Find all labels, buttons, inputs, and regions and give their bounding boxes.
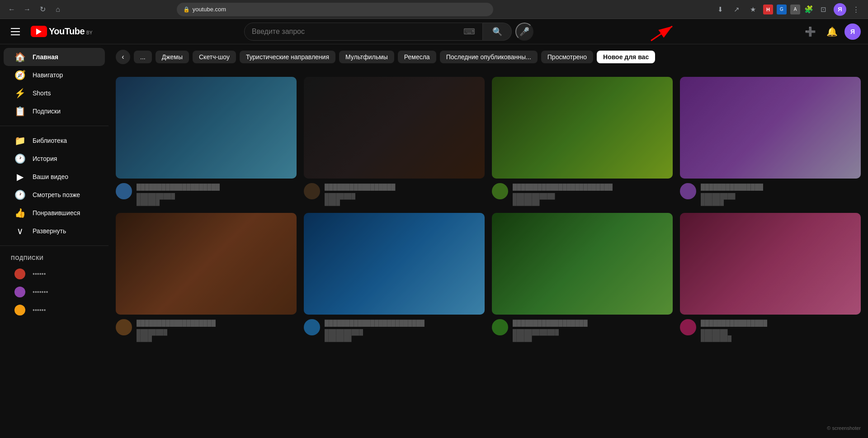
filter-chip-new[interactable]: Новое для вас [597, 51, 655, 63]
sub-avatar-2 [14, 287, 25, 297]
sidebar-item-your-videos[interactable]: ▶ Ваши видео [4, 168, 105, 186]
channel-avatar-8 [680, 319, 696, 335]
channel-avatar-4 [680, 183, 696, 199]
extension-3-icon[interactable]: A [790, 5, 800, 14]
sidebar-item-home[interactable]: 🏠 Главная [4, 48, 105, 66]
watch-later-icon: 🕐 [14, 189, 25, 200]
history-icon: 🕐 [14, 153, 25, 164]
video-card-2[interactable]: █████████████████ ████████ ████ [304, 77, 485, 206]
video-info-3: ████████████████████████ ███████████ ███… [513, 183, 613, 206]
youtube-logo-country: BY [86, 30, 92, 35]
browser-share-icon[interactable]: ↗ [731, 3, 743, 16]
video-card-5[interactable]: ███████████████████ ████████ ████ [116, 213, 297, 342]
filter-chip-jams[interactable]: Джемы [156, 51, 189, 63]
video-meta-7: ██████████████████ ████████████ █████ [492, 319, 673, 342]
video-info-2: █████████████████ ████████ ████ [325, 183, 396, 206]
channel-name-8: ███████ [701, 329, 767, 335]
channel-avatar-3 [492, 183, 508, 199]
keyboard-icon[interactable]: ⌨ [463, 27, 475, 37]
sidebar-item-expand[interactable]: ∨ Развернуть [4, 222, 105, 240]
filter-chip-0[interactable]: ... [134, 51, 152, 63]
sidebar-item-subscriptions[interactable]: 📋 Подписки [4, 102, 105, 120]
browser-reload-button[interactable]: ↻ [36, 3, 49, 16]
video-stats-4: ██████ [701, 199, 763, 206]
home-icon: 🏠 [14, 52, 25, 62]
browser-home-button[interactable]: ⌂ [52, 3, 64, 16]
video-thumb-3 [492, 77, 673, 179]
sidebar-sub-2[interactable]: ••••••• [4, 283, 105, 301]
video-meta-4: ███████████████ █████████ ██████ [680, 183, 861, 206]
youtube-logo[interactable]: YouTube BY [31, 26, 92, 37]
browser-profile-button[interactable]: Я [834, 3, 846, 16]
video-stats-8: ████████ [701, 335, 767, 342]
extension-puzzle-icon[interactable]: 🧩 [804, 5, 814, 14]
sidebar-item-shorts[interactable]: ⚡ Shorts [4, 84, 105, 102]
filter-chip-tourism[interactable]: Туристические направления [240, 51, 335, 63]
video-stats-6: ███████ [325, 335, 425, 342]
video-meta-1: ████████████████████ ██████████ ██████ [116, 183, 297, 206]
video-title-1: ████████████████████ [137, 183, 220, 191]
video-card-6[interactable]: ████████████████████████ ██████████ ████… [304, 213, 485, 342]
browser-bookmark-icon[interactable]: ★ [747, 3, 760, 16]
channel-name-4: █████████ [701, 193, 763, 199]
filter-back-button[interactable]: ‹ [116, 50, 130, 64]
video-card-4[interactable]: ███████████████ █████████ ██████ [680, 77, 861, 206]
avatar[interactable]: Я [844, 24, 861, 40]
sidebar-label-navigator: Навигатор [33, 71, 63, 79]
video-stats-3: ███████ [513, 199, 613, 206]
sidebar-sub-label-2: ••••••• [33, 288, 48, 296]
sidebar-item-history[interactable]: 🕐 История [4, 150, 105, 168]
video-thumb-6 [304, 213, 485, 315]
video-card-3[interactable]: ████████████████████████ ███████████ ███… [492, 77, 673, 206]
notifications-button[interactable]: 🔔 [823, 23, 841, 41]
mic-button[interactable]: 🎤 [515, 23, 533, 41]
create-icon: ➕ [805, 26, 816, 37]
sidebar-label-watch-later: Смотреть позже [33, 191, 80, 198]
sidebar-item-liked[interactable]: 👍 Понравившиеся [4, 204, 105, 222]
browser-address-bar[interactable]: 🔒 youtube.com [177, 3, 493, 16]
browser-back-button[interactable]: ← [5, 3, 18, 16]
liked-icon: 👍 [14, 207, 25, 218]
search-button[interactable]: 🔍 [483, 23, 512, 41]
video-card-1[interactable]: ████████████████████ ██████████ ██████ [116, 77, 297, 206]
browser-forward-button[interactable]: → [21, 3, 33, 16]
library-icon: 📁 [14, 135, 25, 146]
filter-chip-latest[interactable]: Последние опубликованны... [440, 51, 538, 63]
sidebar-sub-1[interactable]: •••••• [4, 265, 105, 283]
extension-2-icon[interactable]: G [777, 5, 787, 14]
sidebar-label-your-videos: Ваши видео [33, 173, 68, 180]
extension-1-icon[interactable]: H [763, 5, 773, 14]
header-left: YouTube BY [7, 24, 107, 40]
video-meta-3: ████████████████████████ ███████████ ███… [492, 183, 673, 206]
hamburger-menu[interactable] [7, 24, 24, 40]
channel-name-1: ██████████ [137, 193, 220, 199]
browser-download-icon[interactable]: ⬇ [714, 3, 727, 16]
video-title-6: ████████████████████████ [325, 319, 425, 327]
filter-chip-cartoons[interactable]: Мультфильмы [339, 51, 394, 63]
sidebar-label-home: Главная [33, 53, 58, 61]
browser-menu-icon[interactable]: ⋮ [850, 3, 863, 16]
sidebar-item-navigator[interactable]: 🧭 Навигатор [4, 66, 105, 84]
sidebar-sub-3[interactable]: •••••• [4, 301, 105, 319]
browser-split-icon[interactable]: ⊡ [817, 3, 830, 16]
channel-avatar-7 [492, 319, 508, 335]
sidebar-item-watch-later[interactable]: 🕐 Смотреть позже [4, 186, 105, 204]
filter-chip-crafts[interactable]: Ремесла [398, 51, 436, 63]
filter-chip-watched[interactable]: Просмотрено [541, 51, 593, 63]
create-button[interactable]: ➕ [801, 23, 819, 41]
video-card-8[interactable]: ████████████████ ███████ ████████ [680, 213, 861, 342]
video-thumb-8 [680, 213, 861, 315]
video-card-7[interactable]: ██████████████████ ████████████ █████ [492, 213, 673, 342]
video-title-5: ███████████████████ [137, 319, 216, 327]
youtube-logo-icon [31, 26, 47, 37]
navigator-icon: 🧭 [14, 70, 25, 80]
main-content: ‹ ... Джемы Скетч-шоу Туристические напр… [108, 44, 868, 438]
video-title-3: ████████████████████████ [513, 183, 613, 191]
channel-name-2: ████████ [325, 193, 396, 199]
video-thumb-7 [492, 213, 673, 315]
filter-chip-sketch[interactable]: Скетч-шоу [193, 51, 236, 63]
sidebar-item-library[interactable]: 📁 Библиотека [4, 132, 105, 150]
search-input-wrap: ⌨ [244, 23, 483, 41]
search-input[interactable] [252, 28, 460, 36]
channel-avatar-2 [304, 183, 320, 199]
